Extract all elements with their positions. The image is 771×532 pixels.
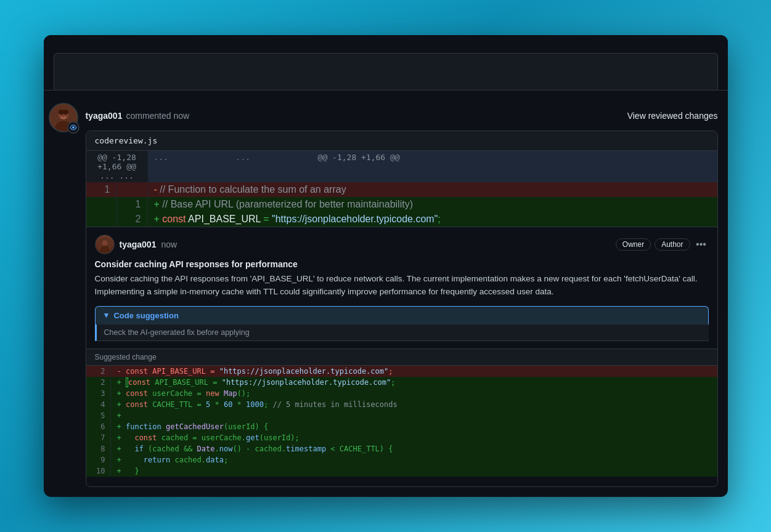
sug-num-added-6: 6: [86, 421, 111, 432]
sug-code-added-10: + }: [111, 465, 717, 477]
sug-num-added-2: 2: [86, 377, 111, 388]
sug-code-removed: - const API_BASE_URL = "https://jsonplac…: [111, 366, 717, 377]
main-window: tyaga001 commented now View reviewed cha…: [44, 35, 728, 497]
commenter-name: tyaga001: [86, 111, 123, 121]
sug-num-added-4: 4: [86, 399, 111, 410]
triangle-icon: ▼: [103, 311, 110, 320]
content-area: codereview.js @@ -1,28 +1,66 @@ ... ... …: [86, 131, 718, 487]
owner-badge: Owner: [616, 238, 651, 251]
hunk-content: ... ... @@ -1,28 +1,66 @@: [148, 151, 717, 182]
sug-num-added-3: 3: [86, 388, 111, 399]
code-suggestion-header[interactable]: ▼ Code suggestion: [95, 306, 709, 324]
diff-line-num-new: [117, 182, 148, 197]
file-header: codereview.js: [86, 131, 717, 151]
comment-time: now: [161, 240, 177, 249]
diff-content-added-1: + // Base API URL (parameterized for bet…: [148, 197, 717, 212]
sug-num-added-7: 7: [86, 432, 111, 443]
sug-row-added-2: 2 + const API_BASE_URL = "https://jsonpl…: [86, 377, 717, 388]
comment-header: tyaga001 commented now View reviewed cha…: [86, 100, 718, 131]
suggestion-diff: 2 - const API_BASE_URL = "https://jsonpl…: [86, 366, 717, 477]
comment-author: tyaga001: [120, 240, 157, 249]
comment-badges: Owner Author •••: [616, 237, 709, 252]
hunk-row: @@ -1,28 +1,66 @@ ... ... ... ... @@ -1,…: [86, 151, 717, 182]
svg-rect-5: [58, 110, 68, 114]
diff-row-removed: 1 - // Function to calculate the sum of …: [86, 182, 717, 197]
svg-point-6: [72, 126, 75, 129]
sug-code-added-7: + const cached = userCache.get(userId);: [111, 432, 717, 443]
sug-code-added-2: + const API_BASE_URL = "https://jsonplac…: [111, 377, 717, 388]
top-bar-inner: [54, 53, 718, 90]
diff-row-added-2: 2 + const API_BASE_URL = "https://jsonpl…: [86, 212, 717, 227]
avatar-area: [44, 103, 78, 132]
sug-row-added-3: 3 + const userCache = new Map();: [86, 388, 717, 399]
diff-line-num-new-added-2: 2: [117, 212, 148, 227]
sug-row-added-9: 9 + return cached.data;: [86, 454, 717, 465]
comment-body: Consider caching the API responses from …: [95, 273, 709, 299]
ai-note: Check the AI-generated fix before applyi…: [95, 324, 709, 341]
sug-code-added-8: + if (cached && Date.now() - cached.time…: [111, 443, 717, 454]
hunk-nums: @@ -1,28 +1,66 @@ ... ...: [86, 151, 148, 182]
more-options-button[interactable]: •••: [694, 237, 709, 252]
sug-row-added-4: 4 + const CACHE_TTL = 5 * 60 * 1000; // …: [86, 399, 717, 410]
author-badge: Author: [655, 238, 690, 251]
sug-code-added-3: + const userCache = new Map();: [111, 388, 717, 399]
sug-row-added-10: 10 + }: [86, 465, 717, 477]
sug-row-added-8: 8 + if (cached && Date.now() - cached.ti…: [86, 443, 717, 454]
sug-row-added-5: 5 +: [86, 410, 717, 421]
diff-row-added-1: 1 + // Base API URL (parameterized for b…: [86, 197, 717, 212]
svg-point-8: [102, 240, 107, 246]
sug-num-added-9: 9: [86, 454, 111, 465]
top-bar: [44, 35, 728, 91]
sug-code-added-6: + function getCachedUser(userId) {: [111, 421, 717, 432]
sug-row-removed: 2 - const API_BASE_URL = "https://jsonpl…: [86, 366, 717, 377]
commenter-info: tyaga001 commented now: [86, 111, 190, 121]
comment-title: Consider caching API responses for perfo…: [95, 259, 709, 269]
comment-inner: tyaga001 now Owner Author ••• Consider c…: [86, 227, 717, 349]
eye-badge: [67, 121, 80, 134]
suggested-change-label: Suggested change: [86, 349, 717, 366]
diff-line-num-old-added-1: [86, 197, 117, 212]
comment-section: tyaga001 now Owner Author ••• Consider c…: [86, 227, 717, 477]
diff-line-num-new-added-1: 1: [117, 197, 148, 212]
sug-num-removed: 2: [86, 366, 111, 377]
code-suggestion-label: Code suggestion: [113, 311, 178, 320]
sug-code-added-5: +: [111, 410, 717, 421]
diff-line-num-old-added-2: [86, 212, 117, 227]
sug-code-added-4: + const CACHE_TTL = 5 * 60 * 1000; // 5 …: [111, 399, 717, 410]
comment-avatar: [95, 235, 115, 254]
view-reviewed-changes-button[interactable]: View reviewed changes: [627, 111, 718, 121]
sug-row-added-7: 7 + const cached = userCache.get(userId)…: [86, 432, 717, 443]
sug-row-added-6: 6 + function getCachedUser(userId) {: [86, 421, 717, 432]
sug-code-added-9: + return cached.data;: [111, 454, 717, 465]
sug-num-added-5: 5: [86, 410, 111, 421]
diff-content-added-2: + const API_BASE_URL = "https://jsonplac…: [148, 212, 717, 227]
sug-num-added-10: 10: [86, 465, 111, 477]
diff-line-num-old: 1: [86, 182, 117, 197]
diff-area: @@ -1,28 +1,66 @@ ... ... ... ... @@ -1,…: [86, 151, 717, 227]
comment-action: commented now: [126, 111, 189, 121]
comment-user-row: tyaga001 now Owner Author •••: [95, 235, 709, 254]
diff-content-removed: - // Function to calculate the sum of an…: [148, 182, 717, 197]
sug-num-added-8: 8: [86, 443, 111, 454]
comment-user-left: tyaga001 now: [95, 235, 177, 254]
